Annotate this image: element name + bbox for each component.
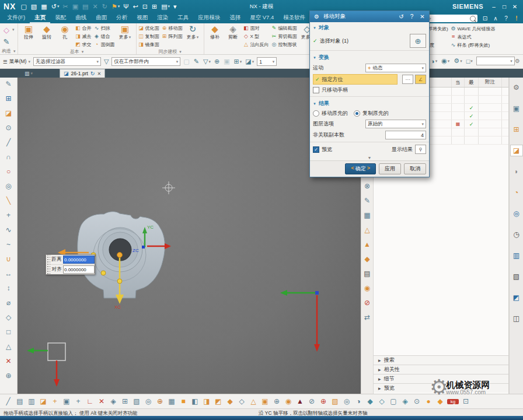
ribbon-tab[interactable]: 装配	[50, 13, 71, 23]
pattern-icon[interactable]: ⊞ ▾	[234, 58, 242, 65]
ribbon-small-button[interactable]: ∿ 样条 (即将失效)	[451, 41, 496, 49]
fullscreen-icon[interactable]: ⊡	[481, 15, 489, 22]
ribbon-tab[interactable]: 模圣软件	[278, 13, 310, 23]
cube-top-icon[interactable]: ◩	[214, 397, 223, 405]
no-snap-icon[interactable]: ⊘	[307, 397, 316, 405]
roles-icon[interactable]: ◩	[511, 292, 522, 303]
grid-point-icon[interactable]: ⊞	[120, 397, 130, 405]
selection-filter-select[interactable]: 无选择过滤器 ▾	[33, 57, 101, 66]
ribbon-big-button[interactable]: ◉ 孔	[56, 24, 74, 40]
paste-icon[interactable]: ▤	[82, 3, 89, 10]
touch-mode-icon[interactable]: ◫	[511, 313, 522, 324]
ribbon-small-button[interactable]: ◪ 优化面	[138, 24, 159, 32]
ribbon-tab[interactable]: 选择	[225, 13, 245, 23]
ribbon-small-button[interactable]: ◎ 控制形状	[271, 40, 297, 48]
move-original-radio[interactable]	[313, 110, 319, 117]
sphere-icon[interactable]: ◉	[284, 397, 293, 405]
orange-face-icon[interactable]: ■	[179, 397, 188, 405]
process-studio-icon[interactable]: ▧	[511, 271, 522, 282]
angle-snap-icon[interactable]: ∟	[85, 397, 95, 405]
repeat-command-icon[interactable]: ↻	[102, 3, 108, 10]
magnifier-icon[interactable]: ⚲	[415, 145, 426, 154]
ribbon-big-button[interactable]: ◆ 修补	[206, 24, 224, 40]
close-button[interactable]: ✕	[510, 4, 519, 10]
navigator-section[interactable]: ▶ 搜索	[374, 355, 508, 365]
refresh-icon[interactable]: ↻	[90, 71, 95, 76]
helix-icon[interactable]: ↕	[7, 284, 11, 292]
command-assistant-icon[interactable]: ↩	[133, 3, 138, 10]
ribbon-small-button[interactable]: ◈ 缝合	[94, 32, 115, 40]
minimize-ribbon-icon[interactable]: ∧	[491, 15, 500, 22]
assemble-icon[interactable]: ▣	[224, 58, 230, 65]
ribbon-small-button[interactable]: ∿ 扫掠	[94, 24, 115, 32]
dialog-reset-icon[interactable]: ↺	[398, 13, 405, 20]
dialog-collapse-arrow[interactable]: ▼	[310, 155, 429, 160]
specify-orientation-row[interactable]: ✓ 指定方位	[313, 74, 398, 85]
object-picker-button[interactable]: ⊕	[410, 34, 426, 48]
flag-icon[interactable]: ⚑ ▾	[111, 3, 120, 10]
point-dialog-icon[interactable]: ▤	[15, 397, 25, 405]
trim-curve-icon[interactable]: ✕	[5, 357, 11, 365]
move-handles-only-checkbox[interactable]	[313, 87, 319, 93]
navigator-section[interactable]: ▶ 相关性	[374, 365, 508, 374]
arc-icon[interactable]: ∩	[6, 153, 11, 161]
undo-icon[interactable]: ↺ ▾	[51, 3, 60, 10]
section-transform[interactable]: ▼ 变换	[310, 52, 429, 62]
window-style-icon[interactable]: □ ▾	[466, 58, 473, 65]
ribbon-small-button[interactable]: ◨ 镜像面	[138, 40, 159, 48]
csys-dialog-button[interactable]: ⋯	[402, 75, 413, 84]
circle-icon[interactable]: ○	[6, 167, 11, 176]
notify-icon[interactable]: !	[512, 15, 521, 22]
move-handles-icon[interactable]: ⊕	[214, 58, 220, 65]
layer-option-select[interactable]: 原始的 ▾	[365, 120, 426, 128]
conic-icon[interactable]: ∪	[6, 255, 11, 263]
column-latest[interactable]: 最	[465, 78, 479, 87]
cascade-window-icon[interactable]: ⊡	[142, 3, 148, 10]
funnel-icon[interactable]: ▽	[104, 58, 109, 65]
ribbon-big-button[interactable]: ◆ 旋转	[38, 24, 56, 40]
motion-select[interactable]: + 动态 ▾	[365, 64, 426, 72]
part-navigator-icon[interactable]: ◪	[511, 145, 522, 156]
datum-csys-icon[interactable]: ◪	[5, 109, 12, 117]
dialog-gear-icon[interactable]: ⚙	[313, 13, 320, 20]
fit-curve-icon[interactable]: ↔	[5, 270, 12, 278]
handle-move-icon[interactable]: +	[74, 397, 83, 405]
cancel-button[interactable]: 取消	[404, 163, 426, 174]
edit-display-icon[interactable]: ✎	[364, 197, 370, 205]
divide-curve-icon[interactable]: ⊕	[5, 372, 11, 380]
ribbon-tab[interactable]: 曲面	[91, 13, 111, 23]
units-kg-icon[interactable]: kg	[447, 399, 459, 404]
hide-icon[interactable]: ⊘	[364, 299, 370, 307]
ring-icon[interactable]: ⊙	[412, 397, 421, 405]
diamond-wire-icon[interactable]: ◇	[237, 397, 246, 405]
preview-checkbox[interactable]: ✓	[313, 146, 319, 153]
count-select[interactable]: 1 ▾	[257, 57, 277, 66]
half-shade-icon[interactable]: ◑	[354, 397, 363, 405]
display-mode-icon[interactable]: ⊡	[461, 397, 470, 405]
gear-icon[interactable]: ⚙	[515, 58, 520, 64]
plane-icon[interactable]: ▢	[389, 397, 398, 405]
layout-window-icon[interactable]: ⊞	[152, 3, 158, 10]
mirror-icon[interactable]: ▲	[295, 397, 305, 405]
maximize-button[interactable]: □	[500, 4, 509, 10]
ribbon-more-button[interactable]: ▣ 更多▾	[116, 24, 134, 40]
ribbon-small-button[interactable]: ◫ 复制面	[138, 32, 159, 40]
axis-star-icon[interactable]: ✕	[97, 397, 106, 405]
ribbon-small-button[interactable]: = 表达式	[451, 33, 496, 41]
pattern-circular-icon[interactable]: ⊕	[155, 397, 165, 405]
wheel-icon[interactable]: ⊕	[319, 397, 328, 405]
line-tool-icon[interactable]: ╱	[4, 397, 13, 405]
section-cube-icon[interactable]: ▧	[330, 397, 340, 405]
save-icon[interactable]: ▦	[41, 3, 47, 10]
ellipse-icon[interactable]: ◎	[5, 182, 11, 190]
diameter-icon[interactable]: ⌀	[6, 299, 11, 307]
pattern-object-icon[interactable]: ◎	[144, 397, 153, 405]
user-point-icon[interactable]: ▥	[27, 397, 36, 405]
cylinder-icon[interactable]: ⊙	[5, 124, 11, 132]
menu-button[interactable]: ☰ 菜单(M) ▾	[3, 58, 30, 65]
copy-display-icon[interactable]: ▦	[364, 211, 370, 219]
object-warning2-icon[interactable]: ▲	[364, 240, 371, 249]
object-warning3-icon[interactable]: ◆	[364, 255, 369, 263]
copy-object-icon[interactable]: ▧	[132, 397, 141, 405]
ribbon-tab[interactable]: 工具	[173, 13, 193, 23]
